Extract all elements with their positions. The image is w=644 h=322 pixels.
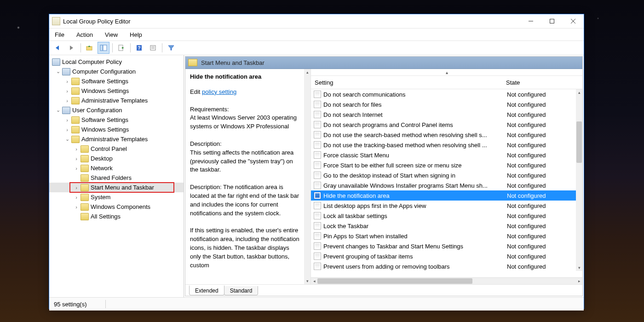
minimize-icon — [529, 19, 533, 23]
table-row[interactable]: Go to the desktop instead of Start when … — [311, 170, 576, 180]
svg-rect-1 — [550, 19, 554, 23]
chevron-right-icon[interactable]: › — [64, 117, 70, 123]
tree-item[interactable]: ›Control Panel — [49, 144, 184, 154]
scroll-thumb[interactable] — [576, 121, 582, 163]
scroll-down-icon[interactable]: ▾ — [576, 264, 582, 271]
menu-help[interactable]: Help — [128, 30, 144, 39]
tab-standard[interactable]: Standard — [224, 286, 259, 295]
scroll-left-icon[interactable]: ◂ — [311, 278, 317, 284]
tree-root[interactable]: Local Computer Policy — [49, 57, 184, 67]
scroll-down-icon[interactable]: ▾ — [304, 278, 310, 284]
chevron-right-icon[interactable]: › — [64, 127, 70, 132]
scroll-up-icon[interactable]: ▴ — [304, 69, 310, 75]
table-row[interactable]: Gray unavailable Windows Installer progr… — [311, 180, 576, 190]
table-row[interactable]: Force Start to be either full screen siz… — [311, 160, 576, 170]
table-row[interactable]: Prevent grouping of taskbar itemsNot con… — [311, 251, 576, 261]
chevron-right-icon[interactable]: › — [64, 88, 70, 94]
policy-item-icon — [314, 242, 321, 250]
maximize-button[interactable] — [541, 14, 563, 28]
properties-button[interactable] — [147, 42, 159, 54]
setting-state: Not configured — [507, 233, 576, 240]
nav-tree[interactable]: Local Computer Policy ⌄ Computer Configu… — [49, 55, 184, 297]
tree-item[interactable]: ›Desktop — [49, 154, 184, 163]
chevron-down-icon[interactable]: ⌄ — [55, 107, 61, 113]
edit-policy-link[interactable]: policy setting — [202, 88, 236, 95]
table-row[interactable]: Do not search InternetNot configured — [311, 109, 576, 120]
minimize-button[interactable] — [520, 14, 541, 28]
chevron-right-icon[interactable]: › — [73, 146, 80, 152]
chevron-right-icon[interactable]: › — [73, 195, 80, 200]
scroll-thumb[interactable] — [317, 278, 472, 284]
table-row[interactable]: Force classic Start MenuNot configured — [311, 150, 576, 160]
chevron-down-icon[interactable]: ⌄ — [55, 69, 61, 75]
table-row[interactable]: Do not search programs and Control Panel… — [311, 120, 576, 130]
chevron-right-icon[interactable]: › — [73, 166, 80, 171]
setting-name: Do not search communications — [323, 91, 507, 98]
table-row[interactable]: Do not use the tracking-based method whe… — [311, 140, 576, 150]
vertical-scrollbar[interactable]: ▴ ▾ — [576, 89, 582, 271]
detail-scrollbar[interactable]: ▴ ▾ — [304, 69, 310, 284]
chevron-right-icon[interactable]: › — [64, 98, 70, 104]
chevron-down-icon[interactable]: ⌄ — [64, 136, 70, 142]
show-tree-button[interactable] — [98, 42, 109, 54]
table-row[interactable]: Hide the notification areaNot configured — [311, 190, 576, 201]
toolbar: ? — [49, 40, 584, 55]
scroll-up-icon[interactable]: ▴ — [576, 89, 582, 96]
col-state[interactable]: State — [502, 79, 582, 86]
table-row[interactable]: Do not use the search-based method when … — [311, 130, 576, 140]
filter-button[interactable] — [165, 42, 177, 54]
tree-admin-templates[interactable]: ⌄Administrative Templates — [49, 134, 184, 144]
chevron-right-icon[interactable]: › — [73, 156, 80, 161]
list-scroll-up[interactable]: ▴ — [311, 69, 582, 76]
list-rows[interactable]: Do not search communicationsNot configur… — [311, 89, 582, 277]
setting-state: Not configured — [507, 223, 576, 230]
table-row[interactable]: Prevent changes to Taskbar and Start Men… — [311, 241, 576, 251]
back-button[interactable] — [52, 42, 64, 54]
table-row[interactable]: Lock the TaskbarNot configured — [311, 221, 576, 231]
tree-item[interactable]: ›Software Settings — [49, 115, 184, 125]
table-row[interactable]: Pin Apps to Start when installedNot conf… — [311, 231, 576, 241]
chevron-right-icon[interactable]: › — [64, 79, 70, 84]
help-button[interactable]: ? — [133, 42, 145, 54]
up-button[interactable] — [84, 42, 96, 54]
menubar: File Action View Help — [49, 29, 584, 40]
folder-icon — [71, 78, 80, 85]
horizontal-scrollbar[interactable]: ◂ ▸ — [311, 277, 582, 284]
scroll-right-icon[interactable]: ▸ — [576, 278, 582, 284]
export-button[interactable] — [115, 42, 127, 54]
col-setting[interactable]: Setting — [311, 79, 502, 86]
svg-rect-5 — [100, 45, 103, 51]
tree-item[interactable]: ›Software Settings — [49, 76, 184, 86]
tree-item[interactable]: ›Windows Settings — [49, 86, 184, 96]
tree-item[interactable]: Shared Folders — [49, 173, 184, 183]
tree-item[interactable]: ›Administrative Templates — [49, 96, 184, 105]
table-row[interactable]: Do not search communicationsNot configur… — [311, 89, 576, 99]
tree-user-config[interactable]: ⌄ User Configuration — [49, 105, 184, 115]
table-row[interactable]: List desktop apps first in the Apps view… — [311, 201, 576, 211]
tree-item[interactable]: ›Windows Components — [49, 202, 184, 212]
app-icon — [52, 17, 60, 25]
tree-item-start-menu[interactable]: ›Start Menu and Taskbar — [49, 183, 184, 192]
tree-item[interactable]: ›Network — [49, 163, 184, 173]
svg-rect-6 — [103, 45, 107, 51]
policy-item-icon — [314, 232, 321, 240]
menu-action[interactable]: Action — [75, 30, 95, 39]
chevron-right-icon[interactable]: › — [73, 204, 80, 210]
folder-icon — [71, 87, 80, 95]
table-row[interactable]: Do not search for filesNot configured — [311, 99, 576, 109]
view-tabs: Extended Standard — [185, 284, 582, 296]
table-row[interactable]: Prevent users from adding or removing to… — [311, 261, 576, 271]
policy-item-icon — [314, 202, 321, 209]
tab-extended[interactable]: Extended — [189, 285, 224, 295]
tree-item[interactable]: ›System — [49, 192, 184, 202]
table-row[interactable]: Lock all taskbar settingsNot configured — [311, 211, 576, 221]
close-button[interactable] — [563, 14, 584, 28]
user-icon — [62, 107, 70, 114]
forward-button[interactable] — [66, 42, 78, 54]
menu-file[interactable]: File — [53, 30, 66, 39]
chevron-right-icon[interactable]: › — [73, 185, 80, 190]
tree-item[interactable]: All Settings — [49, 212, 184, 221]
tree-computer-config[interactable]: ⌄ Computer Configuration — [49, 67, 184, 76]
tree-item[interactable]: ›Windows Settings — [49, 125, 184, 134]
menu-view[interactable]: View — [103, 30, 120, 39]
